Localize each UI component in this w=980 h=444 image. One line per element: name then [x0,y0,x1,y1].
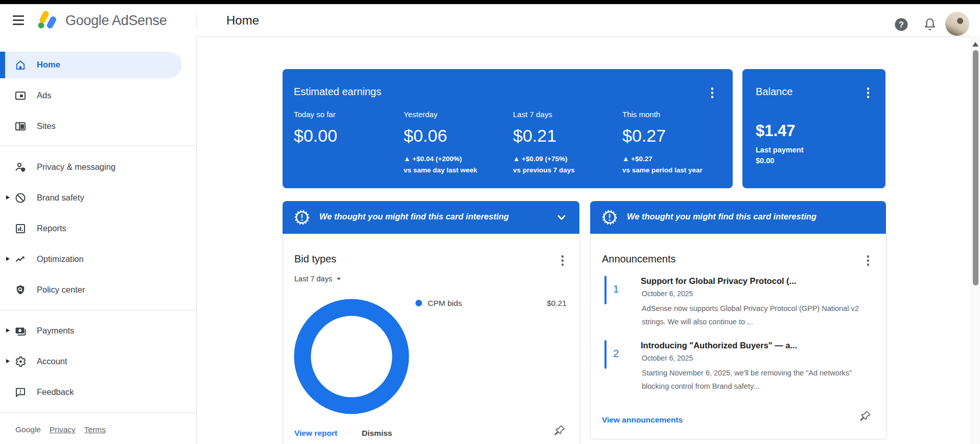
sidebar-item-brand-safety[interactable]: Brand safety [0,183,196,213]
privacy-person-shield-icon [14,161,27,173]
selected-accent-bar [0,52,5,78]
metric-this-month: This month $0.27 ▲ +$0.27 vs same period… [622,110,730,174]
announcement-body: Starting November 6, 2025, we'll be remo… [642,366,873,393]
announcement-number: 1 [613,283,619,295]
legend-dot-icon [415,300,422,306]
sidebar-item-policy-center[interactable]: Policy center [0,275,196,305]
dismiss-button[interactable]: Dismiss [362,429,392,438]
banner-text: We thought you might find this card inte… [319,212,509,221]
sidebar-item-home[interactable]: Home [0,50,196,80]
card-title: Estimated earnings [294,86,381,98]
kebab-menu-icon[interactable] [865,253,872,268]
user-avatar[interactable] [945,12,969,36]
home-icon [14,59,27,71]
brand-name: Google AdSense [65,13,167,29]
last-payment-label: Last payment [756,146,803,154]
metric-today: Today so far $0.00 [294,110,401,155]
metric-delta: ▲ +$0.27 [622,155,730,163]
announcement-number: 2 [613,348,619,360]
banner-text: We thought you might find this card inte… [627,212,816,221]
sidebar-item-label: Policy center [37,285,85,295]
pin-icon[interactable] [553,424,566,437]
sidebar-item-feedback[interactable]: Feedback [0,377,196,408]
view-report-link[interactable]: View report [294,429,337,438]
metric-value: $0.21 [513,126,620,146]
metric-yesterday: Yesterday $0.06 ▲ +$0.04 (+200%) vs same… [404,110,511,174]
svg-text:?: ? [899,20,904,29]
card-title: Announcements [602,253,676,265]
estimated-earnings-card: Estimated earnings Today so far $0.00 Ye… [283,69,733,188]
announcement-title[interactable]: Introducing "Authorized Buyers" — a... [641,341,797,350]
metric-label: Last 7 days [513,110,620,119]
selected-highlight [0,52,182,78]
kebab-menu-icon[interactable] [865,85,872,100]
scrollbar-up-arrow[interactable] [972,42,978,47]
sidebar-divider [0,310,196,310]
sidebar-item-label: Brand safety [37,193,84,203]
sidebar-item-privacy-messaging[interactable]: Privacy & messaging [0,152,196,183]
legend-value: $0.21 [547,299,567,308]
pin-icon[interactable] [858,410,872,423]
metric-label: This month [622,110,730,119]
bid-types-donut-chart [293,298,410,415]
sidebar-item-label: Privacy & messaging [37,162,115,172]
menu-icon[interactable] [13,15,24,25]
sites-icon [14,120,27,132]
privacy-link[interactable]: Privacy [50,425,76,434]
sidebar-item-label: Account [37,357,67,366]
notifications-bell-icon[interactable] [923,17,937,32]
top-strip [0,0,980,4]
policy-shield-search-icon [14,284,27,296]
adsense-logo[interactable]: Google AdSense [36,10,167,31]
sidebar-item-label: Reports [37,224,66,233]
view-announcements-link[interactable]: View announcements [602,415,683,425]
announcement-item: 2 Introducing "Authorized Buyers" — a...… [602,339,875,402]
google-footer-label: Google [15,425,41,434]
announcement-date: October 6, 2025 [642,354,693,362]
terms-link[interactable]: Terms [84,425,106,434]
card-title: Bid types [294,253,336,265]
interesting-card-banner: We thought you might find this card inte… [590,201,886,234]
kebab-menu-icon[interactable] [559,253,566,268]
chevron-right-icon [6,195,10,199]
sidebar-item-ads[interactable]: Ads [0,80,196,111]
metric-last-7-days: Last 7 days $0.21 ▲ +$0.09 (+75%) vs pre… [513,110,620,174]
metric-delta: ▲ +$0.09 (+75%) [513,155,620,163]
balance-value: $1.47 [756,122,796,140]
announcement-accent-bar [604,276,606,304]
account-gear-icon [14,356,27,368]
announcement-item: 1 Support for Global Privacy Protocol (.… [602,275,875,337]
chevron-down-icon[interactable] [555,211,568,224]
sidebar-item-label: Ads [37,91,51,100]
announcements-card: Announcements 1 Support for Global Priva… [590,234,887,439]
chevron-right-icon [6,359,10,363]
sidebar-footer: Google Privacy Terms [15,425,106,434]
announcement-title[interactable]: Support for Global Privacy Protocol (... [641,276,796,286]
scrollbar-thumb[interactable] [973,50,978,285]
seal-exclamation-icon [294,209,310,226]
adsense-home-page: Google AdSense Home ? [0,0,980,444]
sidebar-item-reports[interactable]: Reports [0,213,196,244]
last-payment-value: $0.00 [756,157,774,165]
date-range-select[interactable]: Last 7 days [294,275,341,283]
bid-types-card: Bid types Last 7 days CPM bids $0.21 Vie… [283,234,580,444]
legend-label: CPM bids [428,299,462,308]
sidebar-item-label: Optimization [37,254,84,264]
sidebar-item-optimization[interactable]: Optimization [0,244,196,275]
sidebar-divider [0,412,196,413]
feedback-comment-icon [14,386,27,398]
sidebar-item-label: Payments [37,326,74,336]
metric-delta: ▲ +$0.04 (+200%) [404,155,511,163]
sidebar-item-account[interactable]: Account [0,346,196,377]
help-icon[interactable]: ? [894,17,908,32]
seal-exclamation-icon [601,209,618,226]
brand-safety-block-icon [14,192,27,204]
sidebar-item-payments[interactable]: Payments [0,316,196,346]
kebab-menu-icon[interactable] [709,85,716,100]
app-header: Google AdSense Home ? [0,4,980,37]
metric-label: Yesterday [404,110,511,119]
sidebar-item-sites[interactable]: Sites [0,111,196,142]
balance-card: Balance $1.47 Last payment $0.00 [742,69,885,188]
metric-delta-sub: vs same period last year [622,166,730,174]
metric-delta-sub: vs previous 7 days [513,166,620,174]
